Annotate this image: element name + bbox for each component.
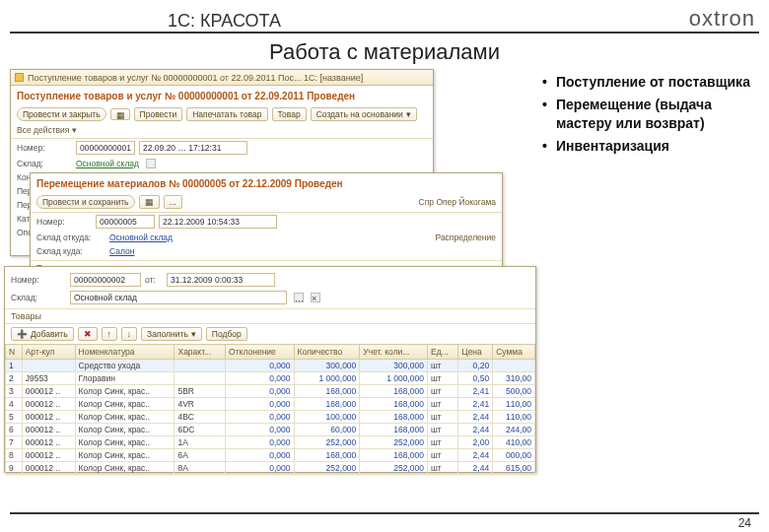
src-link[interactable]: Основной склад (109, 233, 173, 242)
document-heading: Перемещение материалов № 00000005 от 22.… (31, 173, 502, 192)
number-label: Номер: (17, 143, 72, 153)
goods-toolbar: ➕Добавить ✖ ↑ ↓ Заполнить ▾ Подбор (5, 324, 535, 344)
table-row[interactable]: 1Средство ухода0,000300,000300,000шт0,20 (6, 360, 535, 372)
table-row[interactable]: 9000012 ..Колор Синк, крас..8A0,000252,0… (6, 462, 535, 475)
date-input[interactable]: 22.12.2009 10:54:33 (159, 215, 277, 229)
bullet-1: Поступление от поставщика (556, 74, 750, 90)
print-goods-button[interactable]: Напечатать товар (186, 107, 267, 121)
window-inventory: Номер: 00000000002 от: 31.12.2009 0:00:3… (4, 266, 536, 473)
dst-label: Склад куда: (36, 246, 105, 256)
table-row[interactable]: 6000012 ..Колор Синк, крас..6DC0,00060,0… (6, 424, 535, 436)
create-based-on-button[interactable]: Создать на основании ▾ (311, 107, 417, 121)
up-button[interactable]: ↑ (102, 327, 117, 341)
delete-button[interactable]: ✖ (78, 327, 98, 341)
footer-divider (10, 512, 759, 514)
toolbar: Провести и сохранить ▦ ... Спр Опер Йоко… (31, 192, 502, 213)
save-close-button[interactable]: Провести и закрыть (17, 107, 106, 121)
post-button[interactable]: Провести (134, 107, 183, 121)
screenshots-stack: Поступление товаров и услуг № 0000000000… (10, 69, 532, 160)
bullet-list: •Поступление от поставщика •Перемещение … (532, 69, 759, 160)
allocation-link[interactable]: Распределение (436, 233, 497, 242)
product-name: 1С: КРАСОТА (168, 11, 689, 32)
date-label: от: (145, 275, 163, 285)
save-button[interactable]: ▦ (139, 195, 160, 209)
titlebar-text: Поступление товаров и услуг № 0000000000… (28, 73, 363, 83)
page-number: 24 (738, 516, 751, 530)
table-row[interactable]: 7000012 ..Колор Синк, крас..1A0,000252,0… (6, 436, 535, 449)
bullet-2: Перемещение (выдача мастеру или возврат) (556, 97, 712, 131)
table-row[interactable]: 3000012 ..Колор Синк, крас..5BR0,000168,… (6, 385, 535, 398)
dst-link[interactable]: Салон (109, 246, 134, 256)
store-input[interactable]: Основной склад (70, 291, 287, 304)
more-button[interactable]: ... (164, 195, 182, 209)
bullet-3: Инвентаризация (556, 138, 669, 154)
number-input[interactable]: 00000000002 (70, 273, 141, 287)
number-label: Номер: (36, 217, 92, 227)
store-link[interactable]: Основной склад (76, 159, 139, 168)
store-label: Склад: (17, 159, 72, 168)
document-heading: Поступление товаров и услуг № 0000000000… (11, 86, 433, 104)
number-input[interactable]: 00000005 (96, 215, 155, 229)
table-row[interactable]: 2J9553Глоравин0,0001 000,0001 000,000шт0… (6, 372, 535, 385)
lookup-icon[interactable] (146, 159, 156, 168)
store-label: Склад: (11, 293, 66, 302)
toolbar: Провести и закрыть ▦ Провести Напечатать… (11, 104, 433, 139)
lookup-icon[interactable]: … (294, 293, 304, 302)
date-input[interactable]: 22.09.20 … 17:12:31 (139, 141, 247, 155)
right-menu[interactable]: Спр Опер Йокогама (419, 197, 496, 207)
inventory-grid[interactable]: NАрт-кулНоменклатураХаракт...ОтклонениеК… (5, 344, 535, 475)
table-row[interactable]: 4000012 ..Колор Синк, крас..4VR0,000168,… (6, 398, 535, 411)
slide-title: Работа с материалами (0, 39, 769, 65)
save-button[interactable]: ▦ (110, 108, 130, 120)
number-label: Номер: (11, 275, 66, 285)
table-row[interactable]: 8000012 ..Колор Синк, крас..6A0,000168,0… (6, 449, 535, 462)
add-button[interactable]: ➕Добавить (11, 327, 74, 341)
fill-button[interactable]: Заполнить ▾ (141, 327, 202, 341)
window-icon (15, 73, 24, 82)
receipt-button[interactable]: Товар (272, 107, 307, 121)
down-button[interactable]: ↓ (121, 327, 137, 341)
goods-tab[interactable]: Товары (11, 311, 41, 321)
number-input[interactable]: 00000000001 (76, 141, 135, 155)
all-actions-menu[interactable]: Все действия ▾ (17, 125, 77, 135)
pick-button[interactable]: Подбор (206, 327, 247, 341)
src-label: Склад откуда: (36, 233, 105, 242)
slide-topbar: 1С: КРАСОТА oxtron (10, 4, 759, 33)
disk-icon: ▦ (116, 110, 124, 118)
brand-logo: oxtron (689, 6, 759, 32)
clear-icon[interactable]: × (311, 293, 320, 302)
date-input[interactable]: 31.12.2009 0:00:33 (167, 273, 275, 287)
titlebar[interactable]: Поступление товаров и услуг № 0000000000… (11, 70, 433, 86)
save-close-button[interactable]: Провести и сохранить (36, 195, 135, 209)
table-row[interactable]: 5000012 ..Колор Синк, крас..4BC0,000100,… (6, 411, 535, 424)
